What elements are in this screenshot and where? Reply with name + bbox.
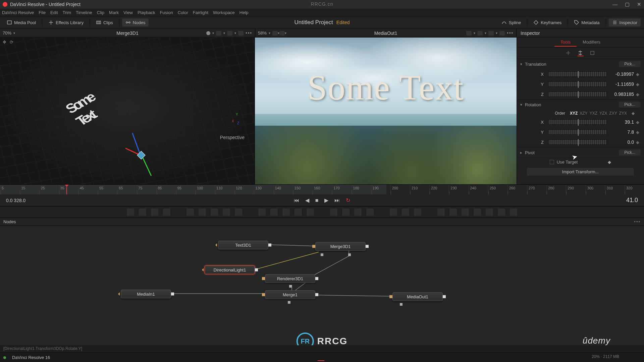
menu-item[interactable]: Fairlight bbox=[193, 10, 208, 15]
keyframe-icon[interactable]: ◆ bbox=[636, 140, 641, 145]
blur-tool-icon[interactable] bbox=[211, 208, 218, 216]
page-color-icon[interactable] bbox=[328, 354, 335, 361]
viewer-opt-g[interactable] bbox=[477, 31, 483, 36]
keyframe-icon[interactable]: ◆ bbox=[636, 72, 641, 77]
image-plane-icon[interactable] bbox=[437, 208, 445, 216]
node-renderer3d[interactable]: Renderer3D1 bbox=[265, 274, 315, 283]
rotate-y-value[interactable]: 7.8 bbox=[607, 129, 636, 135]
window-maximize[interactable]: ▢ bbox=[625, 1, 630, 7]
translate-z-slider[interactable] bbox=[548, 92, 607, 97]
node-mediaout[interactable]: MediaOut1 bbox=[392, 292, 443, 301]
checkbox-icon[interactable] bbox=[550, 160, 554, 164]
transform-tool-icon[interactable] bbox=[270, 208, 278, 216]
rect-mask-icon[interactable] bbox=[330, 208, 337, 216]
viewer-opt-c[interactable] bbox=[238, 31, 244, 36]
node-graph[interactable]: Text3D1 Merge3D1 DirectionalLight1 Rende… bbox=[0, 226, 644, 350]
translation-header[interactable]: ▾ Translation Pick... bbox=[517, 59, 644, 69]
pick-button[interactable]: Pick... bbox=[619, 61, 641, 67]
keyframe-icon[interactable]: ◆ bbox=[636, 120, 641, 125]
menu-item[interactable]: Playback bbox=[138, 10, 155, 15]
inspector-page-controls-icon[interactable] bbox=[566, 50, 572, 56]
resize-tool-icon[interactable] bbox=[282, 208, 290, 216]
camera3d-icon[interactable] bbox=[474, 208, 481, 216]
renderer3d-icon[interactable] bbox=[498, 208, 505, 216]
project-manager-icon[interactable] bbox=[623, 354, 630, 361]
clips-button[interactable]: Clips bbox=[93, 18, 116, 26]
order-xyz[interactable]: XYZ bbox=[570, 111, 578, 116]
gizmo[interactable] bbox=[127, 125, 168, 172]
merge3d-icon[interactable] bbox=[486, 208, 493, 216]
page-fairlight-icon[interactable] bbox=[339, 354, 346, 361]
go-end-button[interactable]: ⏭ bbox=[334, 197, 340, 203]
menu-item[interactable]: File bbox=[39, 10, 46, 15]
window-minimize[interactable]: — bbox=[612, 1, 618, 7]
viewer-more-icon[interactable]: ••• bbox=[507, 31, 514, 36]
keyframes-button[interactable]: Keyframes bbox=[530, 18, 565, 26]
frame-range[interactable]: 0.0 328.0 bbox=[6, 198, 60, 203]
translate-y-slider[interactable] bbox=[548, 81, 607, 87]
menu-item[interactable]: Workspace bbox=[213, 10, 235, 15]
rotate-z-slider[interactable] bbox=[548, 139, 607, 145]
node-directional-light[interactable]: DirectionalLight1 bbox=[205, 265, 255, 274]
merge-tool-icon[interactable] bbox=[258, 208, 266, 216]
keyframe-icon[interactable]: ◆ bbox=[608, 160, 611, 165]
right-viewer-output[interactable]: ✥ ⟳ Some Text bbox=[255, 38, 517, 184]
order-zxy[interactable]: ZXY bbox=[609, 111, 617, 116]
inspector-page-settings-icon[interactable] bbox=[590, 50, 596, 56]
menu-item[interactable]: Edit bbox=[50, 10, 58, 15]
nodes-options-icon[interactable]: ••• bbox=[634, 219, 641, 224]
node-aux-port[interactable] bbox=[348, 253, 351, 256]
effects-library-button[interactable]: Effects Library bbox=[45, 18, 87, 26]
loop-button[interactable]: ↻ bbox=[346, 197, 350, 203]
left-viewer-3d[interactable]: ✥ ⟳ Some Text X Y Z Perspective bbox=[0, 38, 255, 184]
viewer-opt-f[interactable] bbox=[466, 31, 472, 36]
tracker-tool-icon[interactable] bbox=[186, 208, 194, 216]
page-media-icon[interactable] bbox=[285, 354, 292, 361]
page-fusion-icon[interactable] bbox=[318, 354, 324, 361]
viewer-dot-toggle[interactable] bbox=[206, 31, 210, 35]
menu-item[interactable]: Fusion bbox=[160, 10, 173, 15]
viewer-opt-h[interactable] bbox=[488, 31, 494, 36]
viewer-opt-i[interactable] bbox=[499, 31, 505, 36]
fastnoise-tool-icon[interactable] bbox=[139, 208, 146, 216]
node-aux-port[interactable] bbox=[288, 301, 290, 304]
right-zoom[interactable]: 58% bbox=[258, 31, 267, 36]
keyframe-icon[interactable]: ◆ bbox=[636, 82, 641, 87]
node-aux-port[interactable] bbox=[321, 253, 323, 256]
rotate-tool-icon[interactable]: ⟳ bbox=[10, 40, 13, 45]
page-edit-icon[interactable] bbox=[307, 354, 314, 361]
paint-tool-icon[interactable] bbox=[163, 208, 170, 216]
metadata-button[interactable]: Metadata bbox=[571, 18, 603, 26]
bspline-mask-icon[interactable] bbox=[366, 208, 374, 216]
rotate-x-slider[interactable] bbox=[548, 119, 607, 125]
playhead[interactable] bbox=[66, 185, 67, 194]
text3d-icon[interactable] bbox=[462, 208, 469, 216]
letterbox-tool-icon[interactable] bbox=[307, 208, 314, 216]
viewer-more-icon[interactable]: ••• bbox=[246, 31, 252, 36]
crop-tool-icon[interactable] bbox=[294, 208, 302, 216]
rotation-header[interactable]: ▾ Rotation Pick... bbox=[517, 100, 644, 110]
menu-item[interactable]: Trim bbox=[63, 10, 71, 15]
pick-button[interactable]: Pick... bbox=[619, 102, 641, 108]
menu-item[interactable]: Mark bbox=[109, 10, 119, 15]
keyframe-icon[interactable]: ◆ bbox=[636, 130, 641, 135]
polygon-mask-icon[interactable] bbox=[354, 208, 362, 216]
use-target-row[interactable]: Use Target ◆ bbox=[517, 158, 644, 166]
media-pool-button[interactable]: Media Pool bbox=[3, 18, 39, 26]
move-tool-icon[interactable]: ✥ bbox=[3, 40, 6, 45]
node-merge[interactable]: Merge1 bbox=[265, 290, 315, 299]
menu-item[interactable]: Timeline bbox=[76, 10, 92, 15]
rotate-y-slider[interactable] bbox=[548, 129, 607, 135]
menu-item[interactable]: DaVinci Resolve bbox=[2, 10, 34, 15]
go-start-button[interactable]: ⏮ bbox=[294, 197, 299, 203]
translate-x-value[interactable]: -0.18997 bbox=[607, 71, 636, 77]
inspector-tab-tools[interactable]: Tools bbox=[554, 38, 577, 47]
translate-x-slider[interactable] bbox=[548, 71, 607, 77]
text-tool-icon[interactable] bbox=[151, 208, 158, 216]
perspective-label[interactable]: Perspective bbox=[220, 135, 245, 140]
order-yxz[interactable]: YXZ bbox=[590, 111, 597, 116]
inspector-page-transform-icon[interactable] bbox=[578, 50, 584, 56]
particles-render-icon[interactable] bbox=[402, 208, 409, 216]
node-text3d[interactable]: Text3D1 bbox=[218, 241, 268, 249]
mask-tool-icon[interactable] bbox=[199, 208, 206, 216]
